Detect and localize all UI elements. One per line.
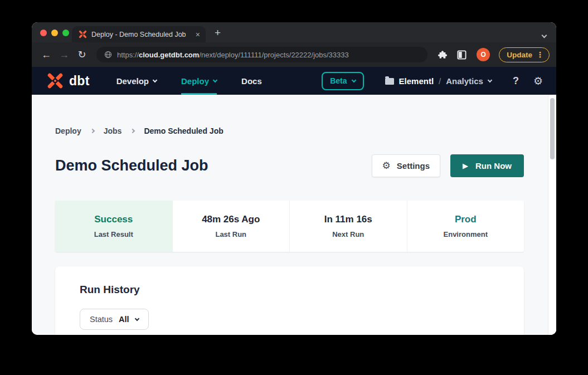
stat-value-last-run: 48m 26s Ago bbox=[202, 214, 260, 225]
chevron-right-icon bbox=[130, 129, 135, 133]
side-panel-icon[interactable] bbox=[457, 50, 466, 60]
update-label: Update bbox=[507, 51, 532, 59]
stat-last-result: Success Last Result bbox=[55, 201, 172, 252]
scrollbar-track[interactable] bbox=[548, 95, 556, 335]
zoom-window-button[interactable] bbox=[62, 30, 69, 36]
browser-tab[interactable]: Deploy - Demo Scheduled Job × bbox=[72, 26, 206, 42]
chevron-down-icon bbox=[134, 316, 139, 320]
chevron-down-icon bbox=[213, 77, 217, 82]
stat-value-environment: Prod bbox=[455, 214, 477, 225]
beta-dropdown[interactable]: Beta bbox=[322, 72, 363, 90]
back-button[interactable]: ← bbox=[38, 50, 54, 60]
nav-deploy-label: Deploy bbox=[181, 76, 209, 86]
profile-avatar[interactable]: O bbox=[477, 48, 490, 61]
run-history-title: Run History bbox=[80, 284, 499, 296]
browser-menu-kebab-icon[interactable]: ⋮ bbox=[536, 50, 544, 59]
settings-button-label: Settings bbox=[397, 161, 430, 171]
url-scheme: https:// bbox=[117, 51, 139, 59]
chevron-down-icon bbox=[351, 77, 356, 82]
account-name: Elementl bbox=[399, 76, 434, 86]
title-row: Demo Scheduled Job ⚙ Settings ▶ Run Now bbox=[55, 154, 524, 177]
browser-toolbar: ← → ↻ https://cloud.getdbt.com/next/depl… bbox=[32, 42, 556, 67]
stat-next-run: In 11m 16s Next Run bbox=[289, 201, 407, 252]
url-text: https://cloud.getdbt.com/next/deploy/111… bbox=[117, 51, 349, 59]
stat-value-success: Success bbox=[94, 214, 133, 225]
gear-icon: ⚙ bbox=[382, 161, 391, 171]
tab-strip: Deploy - Demo Scheduled Job × + bbox=[32, 22, 556, 42]
site-info-globe-icon[interactable] bbox=[104, 51, 112, 59]
extensions-puzzle-icon[interactable] bbox=[438, 50, 447, 59]
nav-docs[interactable]: Docs bbox=[241, 67, 262, 95]
chevron-down-icon bbox=[488, 77, 492, 82]
page-title: Demo Scheduled Job bbox=[55, 157, 208, 174]
status-filter-dropdown[interactable]: Status All bbox=[80, 309, 149, 330]
run-history-card: Run History Status All bbox=[55, 266, 524, 335]
close-window-button[interactable] bbox=[40, 30, 47, 36]
breadcrumb: Deploy Jobs Demo Scheduled Job bbox=[55, 126, 524, 135]
run-now-button[interactable]: ▶ Run Now bbox=[450, 154, 524, 177]
window-controls bbox=[40, 30, 69, 36]
chevron-down-icon bbox=[153, 77, 157, 82]
nav-develop-label: Develop bbox=[116, 76, 149, 86]
address-bar[interactable]: https://cloud.getdbt.com/next/deploy/111… bbox=[96, 47, 427, 62]
project-name: Analytics bbox=[446, 76, 483, 86]
breadcrumb-deploy[interactable]: Deploy bbox=[55, 126, 81, 135]
url-host: cloud.getdbt.com bbox=[139, 51, 199, 59]
run-now-button-label: Run Now bbox=[475, 161, 512, 171]
settings-button[interactable]: ⚙ Settings bbox=[372, 154, 440, 177]
stat-label-last-run: Last Run bbox=[215, 230, 246, 238]
dbt-logo[interactable]: dbt bbox=[45, 72, 90, 89]
new-tab-button[interactable]: + bbox=[215, 27, 221, 38]
stat-value-next-run: In 11m 16s bbox=[324, 214, 372, 225]
folder-icon bbox=[385, 78, 394, 85]
status-filter-value: All bbox=[119, 315, 129, 324]
stat-label-next-run: Next Run bbox=[332, 230, 364, 238]
forward-button[interactable]: → bbox=[56, 50, 72, 60]
stat-label-environment: Environment bbox=[444, 230, 488, 238]
dbt-favicon bbox=[79, 30, 87, 38]
update-browser-button[interactable]: Update ⋮ bbox=[499, 47, 550, 62]
scrollbar-thumb[interactable] bbox=[550, 98, 555, 159]
dbt-top-nav: dbt Develop Deploy Docs Beta Elementl / … bbox=[32, 67, 556, 95]
tab-search-chevron-icon[interactable] bbox=[542, 30, 546, 40]
settings-gear-icon[interactable]: ⚙ bbox=[533, 76, 543, 86]
stat-last-run: 48m 26s Ago Last Run bbox=[172, 201, 290, 252]
stat-environment: Prod Environment bbox=[407, 201, 524, 252]
dbt-wordmark: dbt bbox=[69, 74, 90, 89]
nav-deploy[interactable]: Deploy bbox=[181, 67, 217, 95]
stat-label-last-result: Last Result bbox=[94, 230, 133, 238]
page-content: Deploy Jobs Demo Scheduled Job Demo Sche… bbox=[32, 95, 556, 335]
breadcrumb-current: Demo Scheduled Job bbox=[144, 126, 223, 135]
nav-develop[interactable]: Develop bbox=[116, 67, 157, 95]
job-stats-row: Success Last Result 48m 26s Ago Last Run… bbox=[55, 201, 524, 252]
reload-button[interactable]: ↻ bbox=[74, 50, 90, 60]
tab-close-icon[interactable]: × bbox=[196, 31, 200, 38]
dbt-logo-icon bbox=[45, 72, 65, 89]
breadcrumb-jobs[interactable]: Jobs bbox=[104, 126, 122, 135]
minimize-window-button[interactable] bbox=[51, 30, 58, 36]
url-path: /next/deploy/111111/projects/22222/jobs/… bbox=[199, 51, 348, 59]
help-button[interactable]: ? bbox=[513, 75, 519, 87]
browser-window: Deploy - Demo Scheduled Job × + ← → ↻ ht… bbox=[32, 22, 556, 335]
tab-title: Deploy - Demo Scheduled Job bbox=[91, 31, 191, 38]
status-filter-label: Status bbox=[90, 315, 113, 324]
play-icon: ▶ bbox=[463, 162, 468, 169]
chevron-right-icon bbox=[90, 129, 94, 133]
nav-docs-label: Docs bbox=[241, 76, 262, 86]
account-project-switcher[interactable]: Elementl / Analytics bbox=[385, 76, 492, 86]
account-separator: / bbox=[439, 76, 441, 86]
beta-label: Beta bbox=[330, 76, 347, 85]
